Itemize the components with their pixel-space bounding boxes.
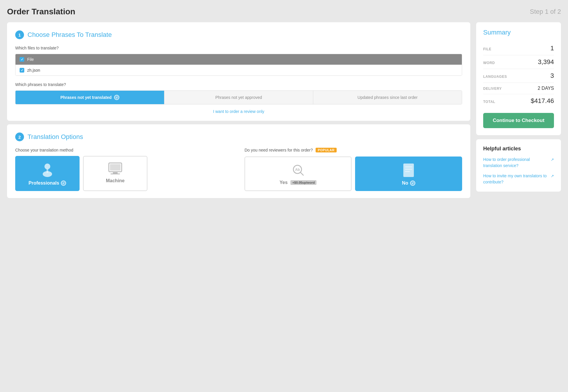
svg-point-0 [44,164,50,169]
svg-rect-2 [47,169,48,173]
article-invite-text: How to invite my own translators to cont… [483,173,550,185]
summary-card: Summary FILE 1 WORD 3,394 LANGUAGES 3 DE… [476,22,561,135]
summary-value-languages: 3 [550,72,554,80]
review-only-link[interactable]: I want to order a review only [15,109,462,114]
summary-row-file: FILE 1 [483,42,554,55]
header-checkbox[interactable] [20,57,24,62]
svg-line-8 [300,172,303,175]
section-1-header: 1 Choose Phrases To Translate [15,30,462,39]
reviewer-no-label: No [402,180,415,186]
summary-key-total: TOTAL [483,100,495,104]
method-professionals[interactable]: Professionals [15,156,80,191]
phrase-option-updated[interactable]: Updated phrases since last order [313,91,462,104]
article-professional-text: How to order professional translation se… [483,157,550,169]
translation-options-row: Choose your translation method Pro [15,148,462,191]
summary-row-total: TOTAL $417.46 [483,94,554,108]
reviewer-no[interactable]: No [355,157,462,191]
left-panel: 1 Choose Phrases To Translate Which file… [7,22,470,202]
translation-methods: Professionals [15,156,233,191]
reviewer-options: Ab Yes +$0.05up/word [245,157,462,191]
reviewer-yes-label: Yes +$0.05up/word [280,180,316,185]
reviewer-yes[interactable]: Ab Yes +$0.05up/word [245,157,352,191]
checkout-button[interactable]: Continue to Checkout [483,113,554,128]
summary-key-file: FILE [483,47,491,51]
file-checkbox-zhjson[interactable] [20,68,24,73]
document-icon [402,163,415,178]
section-2-header: 2 Translation Options [15,133,462,141]
article-link-professional[interactable]: How to order professional translation se… [483,157,554,169]
method-label: Choose your translation method [15,148,233,152]
reviewer-no-check [410,180,415,186]
monitor-icon [108,162,123,175]
phrase-option-not-approved[interactable]: Phrases not yet approved [164,91,313,104]
section-2-card: 2 Translation Options Choose your transl… [7,124,470,198]
articles-card: Helpful articles How to order profession… [476,139,561,192]
svg-rect-13 [405,171,410,172]
summary-row-languages: LANGUAGES 3 [483,69,554,83]
professionals-check [61,180,66,186]
method-machine[interactable]: Machine [83,156,147,191]
section-1-title: Choose Phrases To Translate [27,31,112,39]
summary-title: Summary [483,29,554,36]
popular-badge: POPULAR [316,148,336,152]
summary-row-word: WORD 3,394 [483,55,554,69]
professionals-label: Professionals [29,180,66,186]
phrase-options-group: Phrases not yet translated Phrases not y… [15,90,462,104]
file-column-header: File [27,57,34,62]
phrase-not-translated-label: Phrases not yet translated [60,95,111,100]
articles-title: Helpful articles [483,146,554,152]
section-1-card: 1 Choose Phrases To Translate Which file… [7,22,470,121]
page-header: Order Translation Step 1 of 2 [7,7,561,16]
phrase-not-approved-label: Phrases not yet approved [215,95,262,100]
summary-key-word: WORD [483,61,495,65]
file-table-header: File [16,54,462,65]
external-link-icon-2: ↗ [551,173,554,179]
phrase-option-not-translated[interactable]: Phrases not yet translated [16,91,164,104]
person-icon [40,162,55,178]
right-panel: Summary FILE 1 WORD 3,394 LANGUAGES 3 DE… [476,22,561,192]
reviewer-label-text: Do you need reviewers for this order? [245,148,313,152]
summary-value-file: 1 [550,44,554,52]
summary-value-word: 3,394 [538,58,554,66]
svg-rect-6 [110,164,121,171]
main-layout: 1 Choose Phrases To Translate Which file… [7,22,561,202]
page-title: Order Translation [7,7,75,16]
file-name-zhjson: zh.json [27,68,40,73]
files-label: Which files to translate? [15,46,462,50]
summary-value-delivery: 2 DAYS [538,86,554,91]
section-2-number: 2 [15,133,24,141]
svg-rect-10 [403,164,414,177]
step-indicator: Step 1 of 2 [530,8,561,16]
article-link-invite[interactable]: How to invite my own translators to cont… [483,173,554,185]
section-2-title: Translation Options [27,133,83,141]
svg-rect-4 [113,172,118,173]
svg-text:Ab: Ab [295,168,300,172]
svg-rect-5 [111,173,120,174]
external-link-icon-1: ↗ [551,157,554,163]
file-row-zhjson[interactable]: zh.json [16,65,462,75]
summary-key-languages: LANGUAGES [483,75,507,79]
phrases-label: Which phrases to translate? [15,82,462,87]
section-1-number: 1 [15,30,24,39]
machine-label: Machine [106,178,125,183]
method-option-group: Choose your translation method Pro [15,148,233,191]
summary-value-total: $417.46 [531,97,554,105]
file-table: File zh.json [15,54,462,76]
summary-key-delivery: DELIVERY [483,87,502,91]
price-addon: +$0.05up/word [290,180,316,185]
phrase-not-translated-check [114,95,119,100]
svg-rect-11 [405,166,412,167]
magnifier-icon: Ab [291,163,305,177]
reviewer-label: Do you need reviewers for this order? PO… [245,148,462,152]
svg-rect-12 [405,169,412,170]
summary-row-delivery: DELIVERY 2 DAYS [483,83,554,94]
reviewer-option-group: Do you need reviewers for this order? PO… [245,148,462,191]
phrase-updated-label: Updated phrases since last order [357,95,417,100]
